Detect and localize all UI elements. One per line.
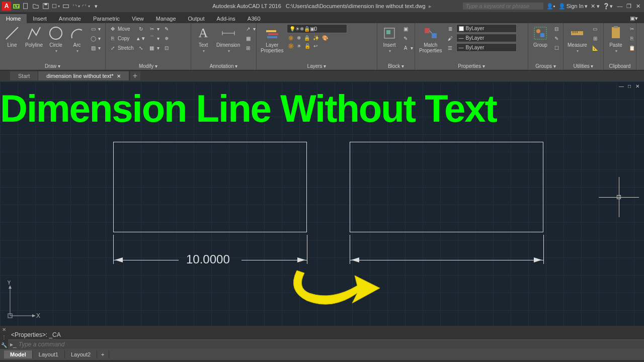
dim-line-left[interactable] [113,260,179,260]
drawing-canvas[interactable]: Dimension Line Without Text — □ ✕ 10.000… [0,81,644,326]
layer-iso-icon[interactable]: ✨ [312,35,320,41]
vp-max-icon[interactable]: □ [626,83,633,89]
window-restore-icon[interactable]: ❐ [625,3,633,10]
ribbon-tab-annotate[interactable]: Annotate [53,14,87,23]
qat-save-icon[interactable] [42,2,50,10]
panel-annotation-title[interactable]: Annotation ▾ [193,63,254,70]
qat-undo-icon[interactable] [72,2,80,10]
panel-clipboard-title[interactable]: Clipboard [606,63,634,70]
util-icon3[interactable]: 📐 [590,43,600,52]
mtext-icon[interactable]: ⊞ [243,43,257,52]
qat-plot-icon[interactable] [62,2,70,10]
trim-icon[interactable]: ✂▾ [147,24,160,33]
lineweight-dropdown[interactable]: — ByLayer [456,34,517,42]
ribbon-tab-addins[interactable]: Add-ins [211,14,242,23]
add-doc-tab-icon[interactable]: + [130,71,140,80]
fillet-icon[interactable]: ⌒▾ [147,34,160,43]
ribbon-tab-parametric[interactable]: Parametric [87,14,126,23]
table-icon[interactable]: ▦ [243,34,257,43]
panel-modify-title[interactable]: Modify ▾ [108,63,189,70]
help-search-input[interactable] [463,3,543,10]
ribbon-tab-output[interactable]: Output [182,14,211,23]
leader-icon[interactable]: ↗▾ [243,24,257,33]
qat-open-icon[interactable] [32,2,40,10]
create-block-icon[interactable]: ▣ [400,24,414,33]
cut-icon[interactable]: ✂ [627,24,637,33]
rectangle-icon[interactable]: ▭▾ [88,24,102,33]
qat-new-icon[interactable] [22,2,30,10]
doc-tab-start[interactable]: Start [10,71,38,80]
group-button[interactable]: Group [530,24,550,49]
vp-min-icon[interactable]: — [618,83,625,89]
polyline-button[interactable]: Polyline [23,24,45,49]
edit-block-icon[interactable]: ✎ [400,34,414,43]
doc-tab-active[interactable]: dimension line without text*✕ [38,71,129,80]
cmd-handle-icon[interactable]: ⋮ [2,334,7,340]
panel-layers-title[interactable]: Layers ▾ [259,63,375,70]
props-icon1[interactable]: ≣ [445,24,455,33]
layer-lock-icon[interactable]: 🔒 [303,35,311,41]
exchange-icon[interactable]: ✕ ▾ [591,3,600,10]
layout-tab-model[interactable]: Model [4,350,33,358]
rectangle-right[interactable] [350,142,543,232]
rectangle-left[interactable] [113,142,307,232]
insert-button[interactable]: Insert [379,24,399,54]
layer-off-icon[interactable]: 🔅 [287,35,295,41]
layer-match-icon[interactable]: 🎨 [321,35,329,41]
cmd-opts-icon[interactable]: 🔧 [1,342,7,348]
group-edit-icon[interactable]: ✎ [551,34,561,43]
command-input[interactable] [19,341,642,348]
group-sel-icon[interactable]: ☐ [551,43,561,52]
copy-clip-icon[interactable]: ⎘ [627,34,637,43]
vp-close-icon[interactable]: ✕ [634,83,641,89]
text-button[interactable]: AText [193,24,213,54]
util-icon1[interactable]: ▭ [590,24,600,33]
panel-properties-title[interactable]: Properties ▾ [417,63,526,70]
layer-unlock-icon[interactable]: 🔓 [303,43,311,49]
props-icon3[interactable]: ☰ [445,43,455,52]
move-button[interactable]: ✥Move [108,24,135,33]
circle-button[interactable]: Circle [46,24,66,54]
mirror-icon[interactable]: ▲▼ [136,34,146,43]
add-layout-icon[interactable]: + [97,350,109,358]
close-tab-icon[interactable]: ✕ [117,73,121,79]
ribbon-tab-home[interactable]: Home [0,14,27,23]
ellipse-icon[interactable]: ◯▾ [88,34,102,43]
edit-attr-icon[interactable]: A▾ [400,43,414,52]
explode-icon[interactable]: ✵ [162,34,172,43]
offset-icon[interactable]: ⊡ [162,43,172,52]
help-icon[interactable]: ❔▾ [603,3,613,10]
ribbon-collapse-icon[interactable]: ▣▾ [624,14,644,23]
layer-on-icon[interactable]: 🔆 [287,43,295,49]
match-properties-button[interactable]: Match Properties [417,24,444,54]
array-icon[interactable]: ▦▾ [147,43,160,52]
arc-button[interactable]: Arc [67,24,87,54]
qat-redo-icon[interactable] [82,2,90,10]
dim-line-right[interactable] [350,260,543,260]
hatch-icon[interactable]: ▨▾ [88,43,102,52]
ribbon-tab-manage[interactable]: Manage [150,14,182,23]
cmd-close-icon[interactable]: ✕ [2,327,6,332]
qat-saveas-icon[interactable] [52,2,60,10]
linetype-dropdown[interactable]: — ByLayer [456,43,517,52]
panel-draw-title[interactable]: Draw ▾ [2,63,103,70]
layout-tab-layout1[interactable]: Layout1 [33,350,65,358]
dimension-button[interactable]: Dimension [214,24,242,54]
props-icon2[interactable]: 🖌 [445,34,455,43]
panel-utilities-title[interactable]: Utilities ▾ [566,63,601,70]
color-dropdown[interactable]: ByLayer [456,24,517,33]
ribbon-tab-insert[interactable]: Insert [27,14,53,23]
layer-dropdown[interactable]: 💡☀❄🔒▣ 0 [287,24,347,33]
qat-more-icon[interactable]: ▾ [92,2,100,10]
layer-thaw-icon[interactable]: ☀ [296,43,302,49]
layer-prev-icon[interactable]: ↩ [312,43,318,49]
ribbon-tab-view[interactable]: View [126,14,150,23]
erase-icon[interactable]: ✎ [162,24,172,33]
measure-button[interactable]: Measure [566,24,589,54]
sign-in-button[interactable]: 👤 Sign In ▾ [558,3,588,10]
window-minimize-icon[interactable]: — [616,3,624,10]
ribbon-tab-a360[interactable]: A360 [242,14,267,23]
dimension-text[interactable]: 10.0000 [186,252,230,266]
clip-icon3[interactable]: 📋 [627,43,637,52]
panel-groups-title[interactable]: Groups ▾ [530,63,561,70]
